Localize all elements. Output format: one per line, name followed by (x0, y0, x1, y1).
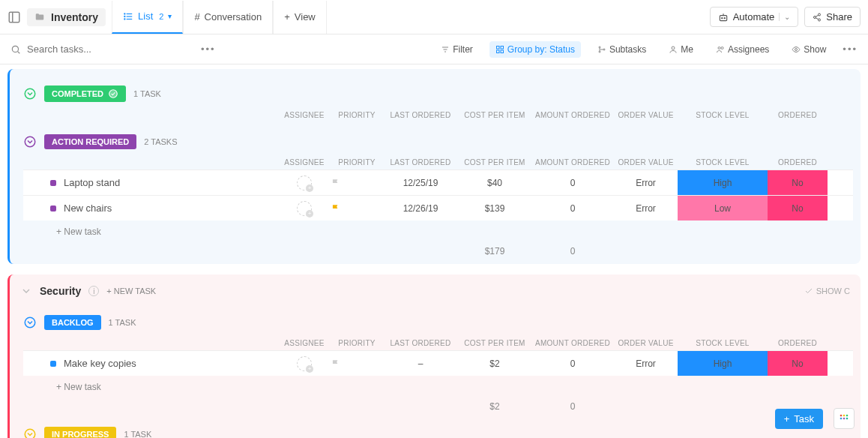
share-button[interactable]: Share (804, 7, 861, 27)
col-amount: AMOUNT ORDERED (531, 108, 614, 122)
list-block-inventory: COMPLETED 1 TASK ASSIGNEE PRIORITY LAST … (7, 69, 861, 264)
status-label: BACKLOG (52, 318, 94, 327)
search-input[interactable] (27, 44, 132, 55)
columns-header: ASSIGNEE PRIORITY LAST ORDERED COST PER … (23, 336, 828, 350)
svg-line-16 (816, 17, 819, 19)
cell-last-ordered: 12/26/19 (383, 203, 458, 214)
task-row[interactable]: Laptop stand 12/25/19 $40 0 Error High N… (23, 170, 853, 195)
collapse-icon[interactable] (23, 428, 37, 438)
assignee-avatar-add[interactable] (297, 176, 312, 190)
sidebar-toggle-icon[interactable] (7, 10, 21, 24)
group-by-label: Group by: Status (507, 44, 575, 55)
show-closed-toggle[interactable]: SHOW C (804, 286, 850, 296)
filter-label: Filter (453, 44, 473, 55)
collapse-icon[interactable] (20, 285, 32, 297)
svg-point-33 (25, 88, 35, 99)
add-task-row[interactable]: + New task (23, 220, 853, 243)
col-assignee: ASSIGNEE (278, 108, 331, 122)
show-chip[interactable]: Show (786, 41, 832, 58)
svg-point-35 (25, 136, 35, 147)
priority-flag-icon[interactable] (331, 178, 383, 188)
col-last-ordered: LAST ORDERED (383, 155, 458, 170)
top-header: Inventory List 2 ▾ # Conversation + View… (0, 0, 868, 34)
automate-label: Automate (733, 11, 775, 22)
col-priority: PRIORITY (331, 336, 383, 350)
svg-point-5 (124, 13, 125, 14)
task-row[interactable]: Make key copies – $2 0 Error High No (23, 350, 853, 376)
col-stock: STOCK LEVEL (678, 336, 768, 350)
chevron-down-icon[interactable]: ⌄ (779, 13, 790, 21)
automate-button[interactable]: Automate ⌄ (710, 7, 799, 27)
show-label: Show (804, 44, 826, 55)
tab-add-view[interactable]: + View (273, 1, 327, 34)
svg-rect-25 (501, 50, 504, 53)
priority-flag-icon[interactable] (331, 203, 383, 214)
columns-header: ASSIGNEE PRIORITY LAST ORDERED COST PER … (23, 155, 828, 170)
new-task-link[interactable]: + NEW TASK (106, 286, 156, 296)
status-badge[interactable]: BACKLOG (44, 315, 101, 330)
cell-ordered[interactable]: No (768, 351, 828, 376)
svg-rect-23 (501, 46, 504, 49)
folder-chip[interactable]: Inventory (27, 8, 106, 26)
status-badge[interactable]: IN PROGRESS (44, 427, 116, 438)
col-cost: COST PER ITEM (458, 108, 531, 122)
assignees-chip[interactable]: Assignees (710, 41, 775, 58)
assignee-avatar-add[interactable] (297, 201, 312, 216)
status-badge[interactable]: COMPLETED (44, 86, 126, 102)
summary-row: $2 0 (23, 398, 853, 415)
svg-line-18 (18, 51, 20, 53)
tab-list-count: 2 (159, 12, 163, 21)
tab-view-label: View (295, 11, 316, 22)
col-priority: PRIORITY (331, 108, 383, 122)
cell-ordered[interactable]: No (768, 170, 828, 195)
svg-rect-8 (720, 15, 726, 20)
collapse-icon[interactable] (23, 316, 37, 329)
collapse-icon[interactable] (23, 135, 37, 148)
cell-stock-level[interactable]: High (678, 170, 768, 195)
share-label: Share (826, 11, 852, 22)
cell-cost: $40 (458, 178, 531, 188)
svg-point-17 (12, 46, 18, 52)
col-last-ordered: LAST ORDERED (383, 336, 458, 350)
cell-last-ordered: – (383, 358, 458, 369)
col-assignee: ASSIGNEE (278, 155, 331, 170)
priority-flag-icon[interactable] (331, 358, 383, 369)
tab-conversation[interactable]: # Conversation (183, 1, 273, 34)
svg-point-37 (25, 429, 35, 438)
task-row[interactable]: New chairs 12/26/19 $139 0 Error Low No (23, 195, 853, 220)
columns-header: ASSIGNEE PRIORITY LAST ORDERED COST PER … (23, 108, 828, 122)
svg-point-14 (819, 19, 821, 21)
cell-stock-level[interactable]: High (678, 351, 768, 376)
cell-ordered[interactable]: No (768, 196, 828, 220)
cell-last-ordered: 12/25/19 (383, 178, 458, 188)
task-count: 1 TASK (109, 318, 136, 327)
col-stock: STOCK LEVEL (678, 155, 768, 170)
apps-button[interactable] (834, 408, 855, 429)
col-order-value: ORDER VALUE (614, 155, 678, 170)
cell-cost: $2 (458, 358, 531, 369)
tab-list[interactable]: List 2 ▾ (112, 1, 183, 34)
svg-point-32 (795, 48, 798, 50)
status-label: ACTION REQUIRED (52, 137, 129, 146)
list-block-security: Security i + NEW TASK SHOW C BACKLOG 1 T… (7, 274, 861, 438)
filter-chip[interactable]: Filter (435, 41, 479, 58)
info-icon[interactable]: i (88, 286, 99, 296)
assignee-avatar-add[interactable] (297, 356, 312, 371)
me-chip[interactable]: Me (663, 41, 699, 58)
group-by-chip[interactable]: Group by: Status (489, 41, 581, 58)
add-task-row[interactable]: + New task (23, 376, 853, 398)
more-icon[interactable]: ••• (201, 44, 216, 55)
subtasks-chip[interactable]: Subtasks (591, 41, 652, 58)
col-last-ordered: LAST ORDERED (383, 108, 458, 122)
new-task-button[interactable]: + Task (775, 409, 823, 429)
status-dot-icon (50, 180, 56, 186)
more-icon[interactable]: ••• (843, 44, 858, 55)
show-closed-label: SHOW C (816, 286, 850, 296)
collapse-icon[interactable] (23, 87, 37, 100)
subtasks-label: Subtasks (609, 44, 646, 55)
status-dot-icon (50, 206, 56, 212)
status-badge[interactable]: ACTION REQUIRED (44, 134, 136, 149)
task-count: 1 TASK (133, 89, 161, 98)
toolbar: ••• Filter Group by: Status Subtasks Me … (0, 34, 868, 64)
cell-stock-level[interactable]: Low (678, 196, 768, 220)
